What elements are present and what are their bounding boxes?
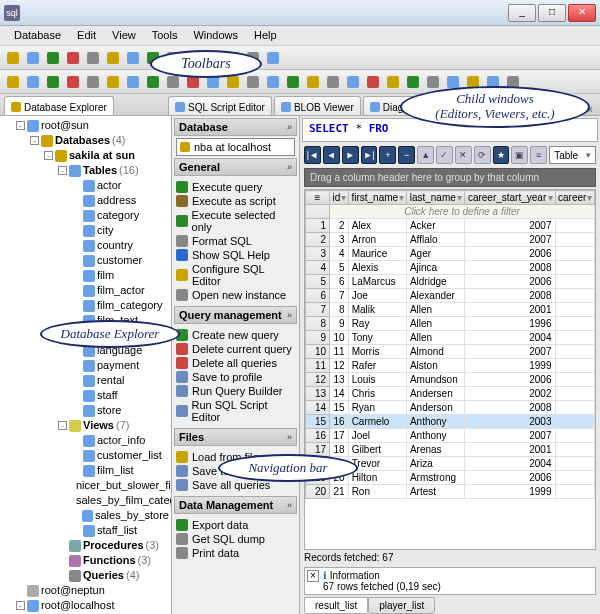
cell[interactable]: Ron — [348, 485, 406, 499]
menu-help[interactable]: Help — [246, 26, 285, 45]
tree-node[interactable]: payment — [72, 358, 169, 373]
menu-database[interactable]: Database — [6, 26, 69, 45]
table-row[interactable]: 2021RonArtest1999 — [306, 485, 595, 499]
tab-nav-right-icon[interactable]: ► — [569, 105, 582, 115]
cell[interactable]: 15 — [330, 401, 349, 415]
cell[interactable]: 2004 — [464, 331, 555, 345]
table-row[interactable]: 89RayAllen1996 — [306, 317, 595, 331]
cell[interactable]: Anthony — [406, 429, 464, 443]
toolbar-button[interactable] — [264, 49, 282, 67]
cell[interactable]: Arenas — [406, 443, 464, 457]
cell[interactable]: 16 — [330, 415, 349, 429]
tree-node[interactable]: film_category — [72, 298, 169, 313]
cell[interactable] — [555, 247, 595, 261]
cell[interactable]: 4 — [330, 247, 349, 261]
data-grid[interactable]: ≡id ▾first_name ▾last_name ▾career_start… — [304, 189, 596, 550]
cell[interactable]: 2004 — [464, 457, 555, 471]
cell[interactable]: Aldridge — [406, 275, 464, 289]
panel-action[interactable]: Configure SQL Editor — [176, 262, 295, 288]
table-row[interactable]: 12AlexAcker2007 — [306, 219, 595, 233]
toolbar-button[interactable] — [84, 49, 102, 67]
cell[interactable]: Ray — [348, 317, 406, 331]
cell[interactable]: 5 — [330, 261, 349, 275]
nav-next-icon[interactable]: ► — [342, 146, 359, 164]
cell[interactable]: Maurice — [348, 247, 406, 261]
cell[interactable]: Andersen — [406, 387, 464, 401]
panel-action[interactable]: Execute query — [176, 180, 295, 194]
cell[interactable]: 2008 — [464, 401, 555, 415]
cell[interactable]: Armstrong — [406, 471, 464, 485]
cell[interactable]: Chris — [348, 387, 406, 401]
cell[interactable]: 7 — [330, 289, 349, 303]
cell[interactable]: 6 — [330, 275, 349, 289]
toolbar-button[interactable] — [164, 49, 182, 67]
toolbar-button[interactable] — [104, 49, 122, 67]
table-row[interactable]: 67JoeAlexander2008 — [306, 289, 595, 303]
filter-row[interactable]: Click here to define a filter — [330, 205, 595, 219]
nav-post-icon[interactable]: ✓ — [436, 146, 453, 164]
cell[interactable]: 20 — [330, 471, 349, 485]
cell[interactable]: 2006 — [464, 373, 555, 387]
toolbar-button[interactable] — [44, 73, 62, 91]
tree-node[interactable]: staff — [72, 388, 169, 403]
toolbar-button[interactable] — [124, 73, 142, 91]
tree-node[interactable]: language — [72, 343, 169, 358]
menu-tools[interactable]: Tools — [144, 26, 186, 45]
tree-node[interactable]: city — [72, 223, 169, 238]
table-row[interactable]: 23ArronAfflalo2007 — [306, 233, 595, 247]
cell[interactable] — [555, 373, 595, 387]
table-row[interactable]: 910TonyAllen2004 — [306, 331, 595, 345]
table-row[interactable]: 1516CarmeloAnthony2003 — [306, 415, 595, 429]
tree-node[interactable]: root@neptun — [16, 583, 169, 598]
cell[interactable]: Rafer — [348, 359, 406, 373]
cell[interactable] — [555, 443, 595, 457]
menu-view[interactable]: View — [104, 26, 144, 45]
tree-node[interactable]: film_text — [72, 313, 169, 328]
toolbar-button[interactable] — [504, 73, 522, 91]
panel-action[interactable]: Print data — [176, 546, 295, 560]
toolbar-button[interactable] — [4, 49, 22, 67]
section-header[interactable]: Data Management» — [174, 496, 297, 514]
tree-node[interactable]: nicer_but_slower_film_ — [72, 478, 169, 493]
tree-node[interactable]: -Views (7) — [58, 418, 169, 433]
cell[interactable] — [555, 233, 595, 247]
section-header[interactable]: General» — [174, 158, 297, 176]
cell[interactable]: Artest — [406, 485, 464, 499]
cell[interactable]: Trevor — [348, 457, 406, 471]
tree-node[interactable]: rental — [72, 373, 169, 388]
tree-node[interactable]: -root@localhost — [16, 598, 169, 613]
table-row[interactable]: 1011MorrisAlmond2007 — [306, 345, 595, 359]
cell[interactable]: 2007 — [464, 345, 555, 359]
cell[interactable] — [555, 457, 595, 471]
cell[interactable] — [555, 275, 595, 289]
collapse-icon[interactable]: » — [287, 122, 292, 132]
cell[interactable]: 2006 — [464, 471, 555, 485]
table-row[interactable]: 34MauriceAger2006 — [306, 247, 595, 261]
cell[interactable]: Almond — [406, 345, 464, 359]
cell[interactable]: Gilbert — [348, 443, 406, 457]
cell[interactable]: 2008 — [464, 261, 555, 275]
table-row[interactable]: 1920HiltonArmstrong2006 — [306, 471, 595, 485]
tree-node[interactable]: address — [72, 193, 169, 208]
cell[interactable] — [555, 359, 595, 373]
nav-last-icon[interactable]: ►| — [361, 146, 378, 164]
tab-child-window[interactable]: Diagram Viewer — [363, 96, 461, 115]
cell[interactable]: 10 — [330, 331, 349, 345]
panel-action[interactable]: Execute selected only — [176, 208, 295, 234]
tree-node[interactable]: category — [72, 208, 169, 223]
section-header[interactable]: Query management» — [174, 306, 297, 324]
cell[interactable]: Ryan — [348, 401, 406, 415]
cell[interactable]: Allen — [406, 331, 464, 345]
tree-node[interactable]: customer_list — [72, 448, 169, 463]
cell[interactable]: 2006 — [464, 275, 555, 289]
panel-action[interactable]: Create new query — [176, 328, 295, 342]
table-row[interactable]: 1718GilbertArenas2001 — [306, 443, 595, 457]
tree-node[interactable]: Procedures (3) — [58, 538, 169, 553]
table-row[interactable]: 1112RaferAlston1999 — [306, 359, 595, 373]
collapse-icon[interactable]: » — [287, 500, 292, 510]
table-row[interactable]: 56LaMarcusAldridge2006 — [306, 275, 595, 289]
tree-node[interactable]: sales_by_store — [72, 508, 169, 523]
table-row[interactable]: 1415RyanAnderson2008 — [306, 401, 595, 415]
result-tab[interactable]: result_list — [304, 597, 368, 614]
toolbar-button[interactable] — [64, 73, 82, 91]
